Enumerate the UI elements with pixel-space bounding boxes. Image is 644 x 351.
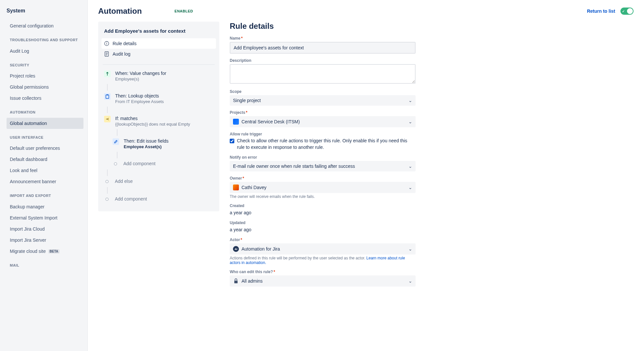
updated-value: a year ago xyxy=(230,226,416,233)
sidebar-heading-user-interface: User interface xyxy=(10,135,80,140)
actor-help: Actions defined in this rule will be per… xyxy=(230,256,416,265)
sidebar-item-import-cloud[interactable]: Import Jira Cloud xyxy=(7,223,83,235)
sidebar-heading-mail: Mail xyxy=(10,263,80,268)
name-input[interactable] xyxy=(230,42,416,54)
page-title: Automation xyxy=(98,7,142,16)
scope-select[interactable]: Single project ⌄ xyxy=(230,95,416,106)
notify-select[interactable]: E-mail rule owner once when rule starts … xyxy=(230,161,416,171)
sidebar: System General configuration Troubleshoo… xyxy=(0,0,88,351)
sidebar-item-default-prefs[interactable]: Default user preferences xyxy=(7,143,83,154)
sidebar-heading-troubleshooting: Troubleshooting and support xyxy=(10,37,80,43)
add-component-inner[interactable]: Add component xyxy=(103,158,215,169)
sidebar-item-label: Migrate cloud site xyxy=(10,249,46,254)
svg-point-1 xyxy=(106,42,107,43)
sidebar-heading-security: Security xyxy=(10,62,80,68)
label-actor: Actor* xyxy=(230,237,416,242)
add-else[interactable]: Add else xyxy=(103,176,215,187)
sidebar-title: System xyxy=(7,8,83,14)
automation-icon: AI xyxy=(233,246,239,252)
toggle-knob xyxy=(627,8,633,14)
file-icon xyxy=(104,51,109,57)
info-icon xyxy=(104,41,109,46)
component-sub: Employee(s) xyxy=(115,77,213,81)
sidebar-item-look-feel[interactable]: Look and feel xyxy=(7,165,83,176)
owner-help: The owner will receive emails when the r… xyxy=(230,194,416,199)
allow-trigger-label: Check to allow other rule actions to tri… xyxy=(237,138,416,150)
select-value: Cathi Davey xyxy=(241,185,266,190)
component-if[interactable]: If: matches {{lookupObjects}} does not e… xyxy=(103,113,215,129)
add-label: Add component xyxy=(115,196,213,202)
component-edit[interactable]: Then: Edit issue fields Employee Asset(s… xyxy=(103,136,215,152)
label-who-edit: Who can edit this rule?* xyxy=(230,270,416,274)
main: Automation ENABLED Return to list ✓ Add … xyxy=(88,0,644,351)
component-sub: {{lookupObjects}} does not equal Empty xyxy=(115,122,213,127)
project-icon xyxy=(233,119,239,125)
return-to-list-link[interactable]: Return to list xyxy=(587,9,615,14)
svg-rect-8 xyxy=(107,95,108,96)
sidebar-item-audit-log[interactable]: Audit Log xyxy=(7,45,83,57)
add-label: Add component xyxy=(123,161,213,166)
branch-icon xyxy=(104,116,111,122)
chevron-down-icon: ⌄ xyxy=(408,119,412,124)
select-value: Automation for Jira xyxy=(241,246,280,252)
sidebar-item-project-roles[interactable]: Project roles xyxy=(7,70,83,81)
chevron-down-icon: ⌄ xyxy=(408,185,412,190)
chevron-down-icon: ⌄ xyxy=(408,164,412,169)
component-title: When: Value changes for xyxy=(115,71,213,76)
tab-label: Audit log xyxy=(113,51,130,57)
label-allow-trigger: Allow rule trigger xyxy=(230,132,416,136)
component-lookup[interactable]: Then: Lookup objects From IT Employee As… xyxy=(103,91,215,107)
svg-rect-9 xyxy=(234,281,238,283)
chevron-down-icon: ⌄ xyxy=(408,278,412,284)
label-notify: Notify on error xyxy=(230,155,416,160)
component-sub: Employee Asset(s) xyxy=(124,144,213,149)
check-icon: ✓ xyxy=(622,9,625,13)
add-component-outer[interactable]: Add component xyxy=(103,194,215,205)
sidebar-item-default-dashboard[interactable]: Default dashboard xyxy=(7,154,83,165)
tab-rule-details[interactable]: Rule details xyxy=(101,38,216,49)
clipboard-icon xyxy=(104,93,111,100)
component-sub: From IT Employee Assets xyxy=(115,99,213,104)
tab-label: Rule details xyxy=(113,41,136,46)
projects-select[interactable]: Central Service Desk (ITSM) ⌄ xyxy=(230,116,416,127)
trigger-icon xyxy=(104,71,111,77)
tab-audit-log[interactable]: Audit log xyxy=(101,49,216,59)
label-name: Name* xyxy=(230,36,416,41)
created-value: a year ago xyxy=(230,209,416,216)
sidebar-item-general[interactable]: General configuration xyxy=(7,20,83,31)
sidebar-item-announcement[interactable]: Announcement banner xyxy=(7,176,83,187)
label-owner: Owner* xyxy=(230,176,416,181)
details-heading: Rule details xyxy=(230,22,416,31)
sidebar-heading-import-export: Import and export xyxy=(10,193,80,199)
sidebar-item-backup[interactable]: Backup manager xyxy=(7,201,83,212)
who-edit-select[interactable]: All admins ⌄ xyxy=(230,275,416,287)
component-title: Then: Lookup objects xyxy=(115,93,213,98)
sidebar-heading-automation: Automation xyxy=(10,110,80,115)
component-title: If: matches xyxy=(115,116,213,121)
sidebar-item-migrate[interactable]: Migrate cloud site BETA xyxy=(7,246,83,257)
allow-trigger-checkbox[interactable] xyxy=(230,139,234,143)
label-scope: Scope xyxy=(230,89,416,94)
select-value: All admins xyxy=(241,278,263,284)
add-label: Add else xyxy=(115,179,213,184)
sidebar-item-external-import[interactable]: External System Import xyxy=(7,212,83,223)
sidebar-item-import-server[interactable]: Import Jira Server xyxy=(7,235,83,246)
avatar xyxy=(233,184,239,190)
sidebar-item-global-permissions[interactable]: Global permissions xyxy=(7,81,83,93)
owner-select[interactable]: Cathi Davey ⌄ xyxy=(230,182,416,193)
select-value: Single project xyxy=(233,98,261,103)
rule-details-form: Rule details Name* Description Scope Sin… xyxy=(230,22,420,351)
rule-enabled-toggle[interactable]: ✓ xyxy=(620,8,634,15)
sidebar-item-global-automation[interactable]: Global automation xyxy=(7,118,83,129)
label-updated: Updated xyxy=(230,220,416,225)
component-trigger[interactable]: When: Value changes for Employee(s) xyxy=(103,68,215,84)
label-projects: Projects* xyxy=(230,110,416,115)
empty-circle-icon xyxy=(114,162,117,166)
empty-circle-icon xyxy=(105,180,109,183)
empty-circle-icon xyxy=(105,198,109,201)
beta-badge: BETA xyxy=(48,249,60,254)
actor-select[interactable]: AI Automation for Jira ⌄ xyxy=(230,243,416,254)
description-input[interactable] xyxy=(230,64,416,84)
select-value: E-mail rule owner once when rule starts … xyxy=(233,164,355,169)
sidebar-item-issue-collectors[interactable]: Issue collectors xyxy=(7,93,83,104)
